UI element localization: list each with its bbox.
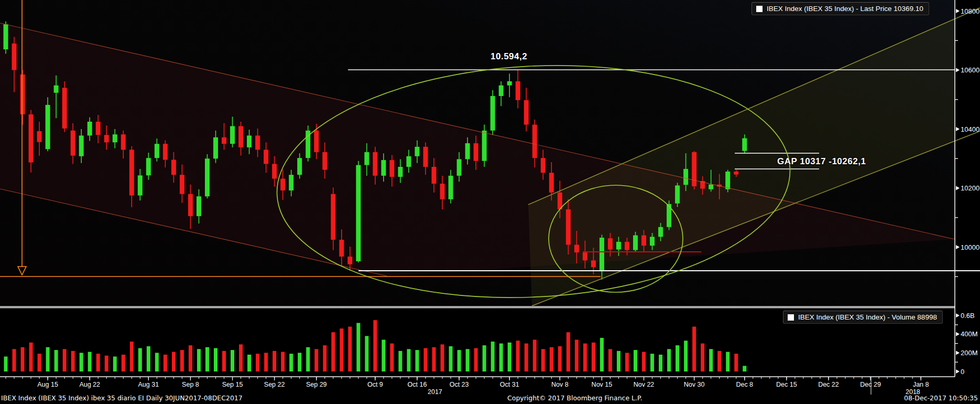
candle-body	[692, 152, 696, 186]
volume-bar	[197, 349, 201, 371]
volume-bar	[113, 357, 117, 371]
date-axis-label: Sep 29	[306, 381, 327, 388]
candle-body	[37, 131, 42, 142]
price-axis-label: 10200	[961, 184, 979, 192]
volume-bar	[138, 348, 142, 372]
candle-body	[96, 122, 101, 135]
candle-body	[432, 167, 437, 184]
date-axis-label: Dec 15	[776, 381, 797, 388]
date-axis-label: Oct 16	[408, 381, 427, 388]
volume-bar	[458, 350, 461, 371]
volume-legend-text: IBEX Index (IBEX 35 Index) - Volume 8899…	[798, 313, 937, 321]
volume-bar	[155, 353, 159, 371]
date-axis-label: Dec 29	[860, 381, 881, 388]
candle-body	[247, 135, 252, 147]
price-legend[interactable]: IBEX Index (IBEX 35 Index) - Last Price …	[752, 2, 929, 15]
panel-divider[interactable]	[0, 306, 955, 309]
price-chart-svg[interactable]: 10800106001040010200100000.6B400M200M0Au…	[0, 0, 980, 404]
candle-body	[658, 227, 663, 237]
candle-body	[608, 238, 613, 249]
candle-body	[4, 24, 8, 49]
volume-bar	[474, 348, 478, 372]
volume-bar	[13, 349, 16, 371]
candle-body	[272, 164, 277, 178]
volume-bar	[617, 351, 620, 371]
volume-bar	[483, 345, 486, 371]
date-axis-label: Sep 22	[264, 381, 285, 388]
year-label-2018: 2018	[906, 388, 920, 396]
candle-body	[591, 260, 596, 267]
volume-legend-swatch	[788, 314, 794, 321]
volume-bar	[340, 328, 343, 371]
date-axis-label: Dec 22	[818, 381, 839, 388]
candle-body	[398, 167, 402, 177]
volume-bar	[525, 344, 528, 371]
candle-body	[138, 175, 143, 195]
candle-body	[641, 236, 646, 246]
candle-body	[129, 150, 134, 195]
footer-security-info: IBEX Index (IBEX 35 Index) ibex 35 diari…	[1, 394, 243, 402]
candle-body	[373, 152, 377, 176]
volume-bar	[4, 357, 8, 371]
volume-bar	[424, 348, 428, 372]
date-axis-label: Nov 15	[592, 381, 613, 388]
candle-body	[20, 75, 25, 114]
volume-axis-label: 0.6B	[961, 312, 975, 320]
volume-bar	[415, 350, 419, 371]
candle-body	[171, 160, 176, 175]
volume-legend[interactable]: IBEX Index (IBEX 35 Index) - Volume 8899…	[783, 311, 943, 324]
candle-body	[364, 152, 369, 165]
date-axis-label: Oct 31	[500, 381, 519, 388]
candle-body	[742, 138, 747, 151]
date-axis-label: Dec 8	[736, 381, 753, 388]
candle-body	[482, 131, 487, 161]
volume-bar	[96, 354, 100, 371]
price-axis-label: 10400	[961, 125, 979, 133]
candle-body	[423, 147, 428, 167]
volume-bar	[743, 366, 746, 371]
price-axis-label: 10000	[961, 243, 979, 251]
candle-body	[356, 165, 361, 261]
volume-bar	[390, 344, 394, 371]
volume-bar	[508, 343, 511, 371]
candle-body	[625, 242, 629, 250]
candle-body	[314, 131, 319, 152]
volume-bar	[541, 349, 545, 371]
candle-body	[79, 135, 84, 156]
candle-body	[734, 172, 738, 175]
candle-body	[121, 134, 126, 150]
candle-body	[440, 184, 445, 199]
volume-bar	[323, 345, 326, 371]
volume-bar	[105, 356, 108, 371]
volume-axis-label: 200M	[961, 349, 978, 357]
candle-body	[474, 143, 478, 161]
candle-body	[650, 237, 655, 246]
volume-bar	[717, 351, 721, 371]
volume-bar	[46, 347, 50, 371]
volume-bar	[122, 355, 125, 371]
candle-body	[347, 257, 352, 264]
date-axis-label: Jan 8	[913, 381, 929, 388]
candle-body	[322, 152, 327, 170]
date-axis-label: Nov 8	[551, 381, 569, 388]
volume-bar	[289, 354, 293, 371]
volume-bar	[373, 320, 377, 371]
candle-body	[507, 81, 512, 86]
volume-bar	[214, 348, 217, 372]
volume-bar	[558, 346, 562, 371]
volume-axis-label: 400M	[961, 330, 978, 338]
candle-body	[381, 160, 386, 176]
volume-bar	[449, 346, 453, 371]
candle-body	[566, 209, 571, 245]
volume-bar	[592, 343, 595, 371]
volume-bar	[709, 349, 713, 371]
volume-bar	[432, 347, 436, 371]
candle-body	[163, 144, 168, 160]
candle-body	[415, 147, 419, 156]
candle-body	[88, 122, 92, 135]
volume-bar	[273, 351, 276, 371]
date-axis-label: Oct 9	[367, 381, 383, 388]
volume-bar	[625, 353, 629, 371]
date-axis-label: Aug 22	[79, 381, 100, 388]
volume-bar	[365, 336, 368, 371]
